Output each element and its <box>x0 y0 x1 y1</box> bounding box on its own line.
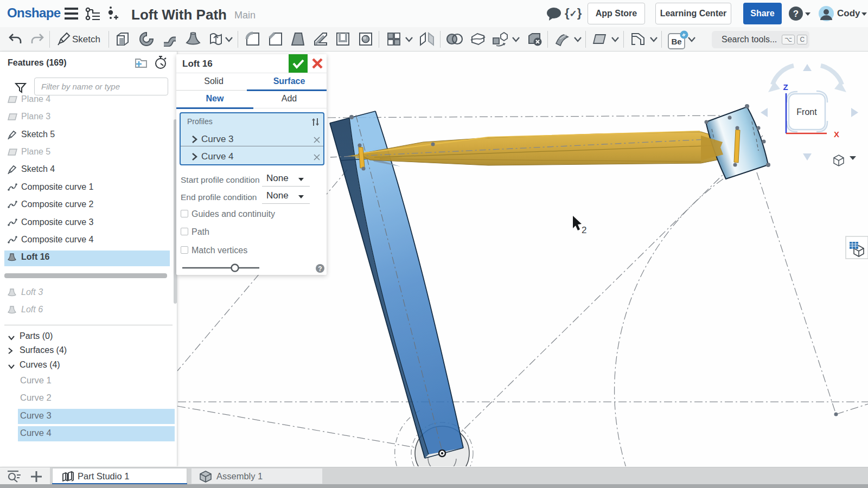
svg-text:2: 2 <box>582 225 586 235</box>
svg-text:?: ? <box>318 265 322 273</box>
svg-text:Be: Be <box>671 37 681 46</box>
svg-text:Front: Front <box>796 107 817 117</box>
svg-text:X: X <box>834 130 839 139</box>
svg-text:?: ? <box>793 9 799 19</box>
svg-text:Z: Z <box>783 82 788 92</box>
